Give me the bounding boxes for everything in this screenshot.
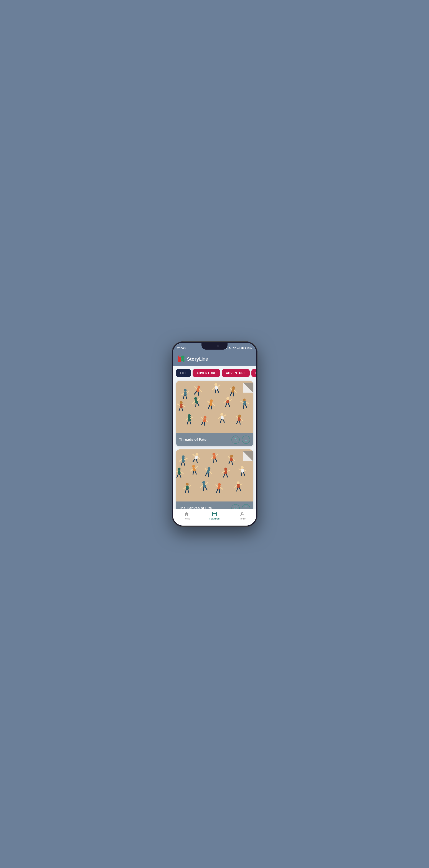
logo-light: Line — [199, 356, 208, 362]
signal-icon — [237, 346, 240, 349]
svg-rect-1 — [238, 348, 239, 349]
svg-point-38 — [180, 401, 182, 404]
svg-point-56 — [226, 397, 229, 400]
cat-life[interactable]: LIFE — [176, 369, 191, 377]
nav-featured-label: Featured — [210, 517, 219, 520]
svg-rect-8 — [178, 359, 181, 362]
cat-adventure-1[interactable]: ADVENTURE — [192, 369, 220, 377]
svg-point-178 — [241, 512, 243, 514]
svg-rect-2 — [239, 347, 239, 349]
svg-point-137 — [224, 467, 227, 470]
svg-rect-168 — [237, 484, 240, 488]
phone-frame: 21:43 — [172, 341, 257, 527]
call-icon — [228, 346, 232, 349]
svg-rect-57 — [226, 400, 229, 403]
nav-profile[interactable]: Profile — [235, 512, 250, 520]
svg-point-149 — [186, 483, 188, 486]
home-icon — [184, 512, 189, 517]
story-image-1 — [176, 381, 253, 433]
status-bar: 21:43 — [173, 343, 256, 353]
story-illustration-1 — [176, 381, 253, 433]
cat-love[interactable]: LOVE — [251, 369, 256, 377]
svg-rect-150 — [186, 486, 188, 490]
nav-home-label: Home — [184, 517, 190, 520]
like-button-2[interactable] — [232, 504, 240, 509]
svg-point-14 — [184, 389, 186, 392]
bookmark-icon-2 — [244, 506, 248, 509]
logo-text: Story Line — [187, 356, 208, 362]
battery-icon — [241, 346, 246, 349]
svg-rect-138 — [224, 470, 227, 474]
svg-rect-5 — [246, 347, 246, 348]
svg-rect-175 — [213, 512, 216, 516]
front-camera — [217, 345, 219, 347]
svg-rect-144 — [241, 468, 244, 472]
story-title-1: Threads of Fate — [179, 437, 207, 442]
bottom-nav: Home Featured Profile — [173, 509, 256, 526]
svg-rect-11 — [179, 355, 181, 357]
story-title-2: The Canvas of Life — [179, 506, 212, 509]
content-area: LIFE ADVENTURE ADVENTURE LOVE — [173, 366, 256, 509]
story-card-1-footer: Threads of Fate — [176, 433, 253, 446]
cat-adventure-2[interactable]: ADVENTURE — [222, 369, 250, 377]
svg-point-119 — [178, 467, 180, 470]
svg-point-68 — [188, 414, 191, 417]
bookmark-icon-1 — [244, 438, 248, 442]
featured-icon — [212, 512, 217, 517]
svg-rect-39 — [180, 404, 182, 408]
status-icons: 49% — [225, 346, 252, 349]
story-card-1[interactable]: Threads of Fate — [176, 381, 253, 446]
notch — [202, 343, 227, 349]
story-image-2 — [176, 450, 253, 501]
nav-home[interactable]: Home — [179, 512, 194, 520]
category-bar: LIFE ADVENTURE ADVENTURE LOVE — [173, 366, 256, 379]
svg-rect-0 — [237, 348, 238, 349]
svg-rect-63 — [243, 401, 246, 405]
svg-point-95 — [182, 455, 185, 458]
svg-rect-81 — [220, 415, 223, 420]
story-card-2[interactable]: The Canvas of Life — [176, 450, 253, 509]
story-illustration-2 — [176, 450, 253, 501]
app-header: Story Line — [173, 353, 256, 366]
profile-icon — [240, 512, 245, 517]
story-card-2-footer: The Canvas of Life — [176, 501, 253, 509]
wifi-icon — [233, 346, 236, 349]
heart-icon-1 — [234, 438, 238, 442]
logo-bold: Story — [187, 356, 199, 362]
nav-profile-label: Profile — [239, 517, 246, 520]
svg-rect-3 — [240, 347, 240, 349]
nav-featured[interactable]: Featured — [207, 512, 222, 520]
svg-rect-12 — [181, 361, 183, 363]
story-actions-1 — [232, 436, 250, 444]
status-time: 21:43 — [177, 346, 186, 350]
heart-icon-2 — [234, 506, 238, 509]
svg-rect-9 — [181, 355, 184, 359]
svg-rect-120 — [178, 470, 180, 474]
story-actions-2 — [232, 504, 250, 509]
svg-rect-69 — [188, 417, 191, 421]
logo-icon — [177, 355, 185, 363]
like-button-1[interactable] — [232, 436, 240, 444]
svg-rect-6 — [242, 347, 244, 348]
svg-rect-96 — [182, 458, 185, 462]
battery-percent: 49% — [247, 347, 252, 349]
bookmark-button-2[interactable] — [242, 504, 250, 509]
bookmark-button-1[interactable] — [242, 436, 250, 444]
phone-inner: 21:43 — [173, 343, 256, 526]
svg-rect-15 — [184, 392, 186, 396]
